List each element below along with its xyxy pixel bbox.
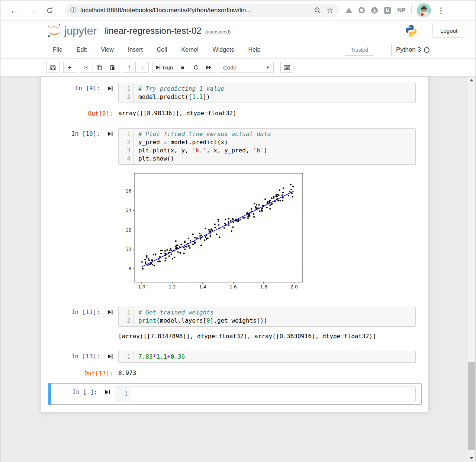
code-input[interactable]: 1 <box>116 387 416 401</box>
vertical-scrollbar[interactable] <box>468 77 475 462</box>
analytics-extension-icon[interactable] <box>371 7 378 14</box>
menu-item-insert[interactable]: Insert <box>121 46 150 53</box>
cell-input-row: In [ ]:1 <box>49 387 421 401</box>
toolbar-divider <box>411 6 412 14</box>
run-cell-icon[interactable] <box>107 131 113 137</box>
command-palette-button[interactable] <box>280 62 293 73</box>
trusted-button[interactable]: Trusted <box>345 44 374 56</box>
browser-forward-button[interactable]: → <box>26 6 38 15</box>
prompt-column: Out[13]: <box>41 368 118 378</box>
run-cell-icon[interactable] <box>107 85 113 91</box>
save-button[interactable] <box>46 62 60 73</box>
browser-reload-button[interactable] <box>44 7 55 14</box>
run-button[interactable]: Run <box>152 62 176 73</box>
code-line: plt.show() <box>138 155 414 163</box>
line-number: 1 <box>116 390 128 398</box>
move-cell-up-button[interactable]: ↑ <box>123 62 136 73</box>
save-icon <box>50 65 56 70</box>
zoom-out-icon[interactable] <box>314 7 321 14</box>
code-cell[interactable]: In [13]:17.83*1.1+0.36Out[13]:8.973 <box>41 351 428 378</box>
profile-avatar[interactable] <box>417 3 431 17</box>
line-number-gutter: 1234 <box>119 129 134 164</box>
prompt-column: In [9]: <box>41 83 118 93</box>
svg-text:8: 8 <box>128 266 131 271</box>
code-input[interactable]: 12# Get trained weightsprint(model.layer… <box>118 307 416 327</box>
menubar-divider <box>391 44 392 55</box>
menu-item-cell[interactable]: Cell <box>150 46 174 53</box>
code-cell[interactable]: In [11]:12# Get trained weightsprint(mod… <box>41 307 428 340</box>
b-extension-icon[interactable]: B <box>384 7 391 14</box>
code-input[interactable]: 12# Try predicting 1 valuemodel.predict(… <box>118 83 416 103</box>
add-cell-button[interactable]: + <box>63 62 76 73</box>
menu-item-help[interactable]: Help <box>241 46 267 53</box>
browser-menu-icon[interactable]: ⋮ <box>436 6 446 15</box>
run-cell-icon[interactable] <box>105 389 110 395</box>
code-cell[interactable]: In [9]:12# Try predicting 1 valuemodel.p… <box>41 83 428 118</box>
logout-button[interactable]: Logout <box>432 24 465 38</box>
menu-item-widgets[interactable]: Widgets <box>206 46 241 53</box>
code-editor[interactable] <box>131 387 415 401</box>
page-info-icon[interactable]: ⓘ <box>70 6 77 14</box>
code-editor[interactable]: 7.83*1.1+0.36 <box>134 351 415 362</box>
move-cell-down-button[interactable]: ↓ <box>136 62 149 73</box>
url-path: /notebooks/Documents/Python/tensorflow/l… <box>121 7 251 14</box>
scrollbar-down-button[interactable] <box>468 455 475 462</box>
menu-items: FileEditViewInsertCellKernelWidgetsHelp <box>46 46 267 53</box>
scrollbar-thumb[interactable] <box>468 362 475 450</box>
scrollbar-up-button[interactable] <box>468 77 475 84</box>
notebook-title[interactable]: linear-regression-test-02 <box>105 26 202 36</box>
cell-type-dropdown[interactable]: Code ▼ <box>219 62 274 73</box>
np-extension-icon[interactable]: NP <box>397 7 405 14</box>
run-cell-icon[interactable] <box>107 309 113 315</box>
browser-back-button[interactable]: ← <box>8 6 20 15</box>
run-cell-button[interactable] <box>105 389 110 397</box>
bookmark-star-icon[interactable]: ☆ <box>327 6 334 15</box>
restart-run-all-button[interactable] <box>202 62 215 73</box>
line-number: 2 <box>119 93 131 101</box>
input-prompt: In [ ]: <box>73 388 97 396</box>
code-input[interactable]: 17.83*1.1+0.36 <box>118 351 416 363</box>
jupyter-logo[interactable]: jupyter <box>46 23 97 39</box>
ring-extension-icon[interactable] <box>358 7 365 13</box>
menu-item-edit[interactable]: Edit <box>70 46 94 53</box>
code-input[interactable]: 1234# Plot fitted line versus actual dat… <box>118 128 416 165</box>
code-line: # Get trained weights <box>138 308 414 317</box>
run-cell-button[interactable] <box>107 309 113 317</box>
notebook-scroll-area[interactable]: In [9]:12# Try predicting 1 valuemodel.p… <box>0 77 476 462</box>
restart-kernel-button[interactable] <box>189 62 202 73</box>
code-line: # Try predicting 1 value <box>138 85 414 93</box>
drive-extension-icon[interactable] <box>345 7 352 13</box>
code-line <box>136 390 414 398</box>
plot-output: 1.01.21.41.61.82.0810121416 <box>125 171 303 296</box>
line-number-gutter: 12 <box>119 83 134 103</box>
code-editor[interactable]: # Try predicting 1 valuemodel.predict([1… <box>134 83 415 103</box>
browser-toolbar: ← → ⓘ localhost:8888/notebooks/Documents… <box>0 0 476 20</box>
code-cell[interactable]: In [10]:1234# Plot fitted line versus ac… <box>41 128 428 296</box>
cell-input-row: In [13]:17.83*1.1+0.36 <box>41 351 428 363</box>
paste-cell-button[interactable] <box>106 62 119 73</box>
copy-icon <box>97 65 102 70</box>
code-editor[interactable]: # Plot fitted line versus actual datay_p… <box>134 129 415 164</box>
run-cell-button[interactable] <box>107 85 113 93</box>
line-number: 4 <box>119 155 131 163</box>
run-cell-button[interactable] <box>107 353 113 361</box>
input-prompt: In [11]: <box>71 308 100 316</box>
prompt-column: In [10]: <box>41 128 118 138</box>
interrupt-kernel-button[interactable]: ■ <box>176 62 189 73</box>
copy-cell-button[interactable] <box>93 62 106 73</box>
run-cell-icon[interactable] <box>107 353 113 359</box>
jupyter-logo-icon <box>46 23 62 39</box>
menu-item-kernel[interactable]: Kernel <box>174 46 205 53</box>
line-number: 1 <box>119 308 131 317</box>
code-cell[interactable]: In [ ]:1 <box>48 383 422 405</box>
fast-forward-icon <box>206 65 212 70</box>
run-cell-button[interactable] <box>107 131 113 138</box>
url-text[interactable]: localhost:8888/notebooks/Documents/Pytho… <box>80 7 309 14</box>
code-editor[interactable]: # Get trained weightsprint(model.layers[… <box>134 307 415 326</box>
menu-item-file[interactable]: File <box>46 46 70 53</box>
autosave-status: (autosaved) <box>205 29 231 35</box>
svg-text:14: 14 <box>126 208 131 213</box>
menu-item-view[interactable]: View <box>94 46 120 53</box>
cut-cell-button[interactable]: ✂ <box>80 62 93 73</box>
address-bar[interactable]: ⓘ localhost:8888/notebooks/Documents/Pyt… <box>65 4 339 17</box>
